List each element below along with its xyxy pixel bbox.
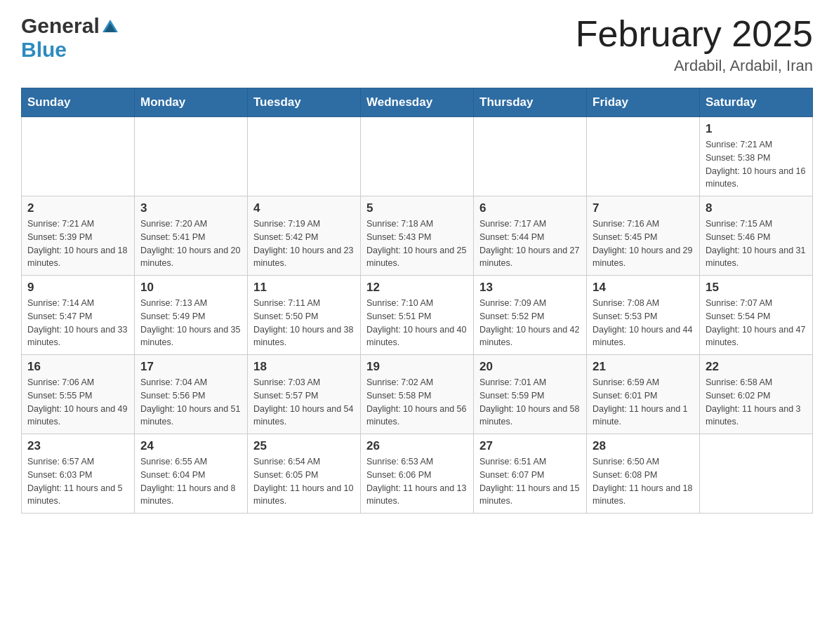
day-info: Sunrise: 6:57 AMSunset: 6:03 PMDaylight:… <box>27 455 128 508</box>
day-info: Sunrise: 7:09 AMSunset: 5:52 PMDaylight:… <box>479 297 581 349</box>
day-info: Sunrise: 7:01 AMSunset: 5:59 PMDaylight:… <box>479 376 581 429</box>
day-info: Sunrise: 6:53 AMSunset: 6:06 PMDaylight:… <box>366 455 468 508</box>
day-number: 15 <box>706 281 807 295</box>
day-number: 2 <box>27 201 128 215</box>
day-number: 18 <box>253 360 355 374</box>
day-number: 14 <box>593 281 694 295</box>
calendar-cell <box>587 117 700 196</box>
calendar-cell <box>22 117 135 196</box>
calendar-cell: 22Sunrise: 6:58 AMSunset: 6:02 PMDayligh… <box>700 355 813 434</box>
page-header: General Blue February 2025 Ardabil, Arda… <box>21 14 813 75</box>
calendar-cell: 1Sunrise: 7:21 AMSunset: 5:38 PMDaylight… <box>700 117 813 196</box>
month-title: February 2025 <box>576 14 813 54</box>
day-number: 4 <box>253 201 355 215</box>
calendar-cell: 23Sunrise: 6:57 AMSunset: 6:03 PMDayligh… <box>22 434 135 514</box>
day-info: Sunrise: 7:06 AMSunset: 5:55 PMDaylight:… <box>27 376 128 429</box>
location-subtitle: Ardabil, Ardabil, Iran <box>576 57 813 75</box>
day-number: 16 <box>27 360 128 374</box>
calendar-week-row: 2Sunrise: 7:21 AMSunset: 5:39 PMDaylight… <box>22 196 813 276</box>
calendar-cell: 25Sunrise: 6:54 AMSunset: 6:05 PMDayligh… <box>248 434 361 514</box>
logo: General Blue <box>21 14 121 62</box>
day-number: 26 <box>366 439 468 453</box>
day-number: 24 <box>140 439 241 453</box>
day-number: 5 <box>366 201 468 215</box>
day-info: Sunrise: 7:18 AMSunset: 5:43 PMDaylight:… <box>366 217 468 270</box>
day-number: 25 <box>253 439 355 453</box>
logo-triangle-icon <box>101 18 119 34</box>
day-number: 7 <box>593 201 694 215</box>
day-info: Sunrise: 6:50 AMSunset: 6:08 PMDaylight:… <box>593 455 694 508</box>
day-info: Sunrise: 7:14 AMSunset: 5:47 PMDaylight:… <box>27 297 128 349</box>
day-info: Sunrise: 7:08 AMSunset: 5:53 PMDaylight:… <box>593 297 694 349</box>
day-number: 19 <box>366 360 468 374</box>
logo-blue-text: Blue <box>21 38 67 61</box>
weekday-header-tuesday: Tuesday <box>248 88 361 117</box>
calendar-cell: 19Sunrise: 7:02 AMSunset: 5:58 PMDayligh… <box>361 355 474 434</box>
weekday-header-monday: Monday <box>135 88 248 117</box>
calendar-cell: 21Sunrise: 6:59 AMSunset: 6:01 PMDayligh… <box>587 355 700 434</box>
weekday-header-friday: Friday <box>587 88 700 117</box>
day-number: 9 <box>27 281 128 295</box>
weekday-header-thursday: Thursday <box>474 88 587 117</box>
calendar-cell <box>361 117 474 196</box>
title-section: February 2025 Ardabil, Ardabil, Iran <box>576 14 813 75</box>
day-info: Sunrise: 7:04 AMSunset: 5:56 PMDaylight:… <box>140 376 241 429</box>
day-number: 11 <box>253 281 355 295</box>
calendar-week-row: 1Sunrise: 7:21 AMSunset: 5:38 PMDaylight… <box>22 117 813 196</box>
day-info: Sunrise: 7:13 AMSunset: 5:49 PMDaylight:… <box>140 297 241 349</box>
day-info: Sunrise: 7:20 AMSunset: 5:41 PMDaylight:… <box>140 217 241 270</box>
day-number: 27 <box>479 439 581 453</box>
day-number: 28 <box>593 439 694 453</box>
calendar-week-row: 9Sunrise: 7:14 AMSunset: 5:47 PMDaylight… <box>22 276 813 355</box>
day-number: 10 <box>140 281 241 295</box>
calendar-cell <box>700 434 813 514</box>
calendar-cell: 10Sunrise: 7:13 AMSunset: 5:49 PMDayligh… <box>135 276 248 355</box>
calendar-cell: 24Sunrise: 6:55 AMSunset: 6:04 PMDayligh… <box>135 434 248 514</box>
day-number: 1 <box>706 122 807 136</box>
day-info: Sunrise: 6:55 AMSunset: 6:04 PMDaylight:… <box>140 455 241 508</box>
calendar-cell: 14Sunrise: 7:08 AMSunset: 5:53 PMDayligh… <box>587 276 700 355</box>
calendar-cell: 28Sunrise: 6:50 AMSunset: 6:08 PMDayligh… <box>587 434 700 514</box>
day-info: Sunrise: 7:07 AMSunset: 5:54 PMDaylight:… <box>706 297 807 349</box>
calendar-cell: 8Sunrise: 7:15 AMSunset: 5:46 PMDaylight… <box>700 196 813 276</box>
day-info: Sunrise: 7:10 AMSunset: 5:51 PMDaylight:… <box>366 297 468 349</box>
day-info: Sunrise: 7:21 AMSunset: 5:38 PMDaylight:… <box>706 138 807 191</box>
calendar-cell <box>474 117 587 196</box>
calendar-cell: 3Sunrise: 7:20 AMSunset: 5:41 PMDaylight… <box>135 196 248 276</box>
calendar-cell: 11Sunrise: 7:11 AMSunset: 5:50 PMDayligh… <box>248 276 361 355</box>
calendar-cell: 7Sunrise: 7:16 AMSunset: 5:45 PMDaylight… <box>587 196 700 276</box>
weekday-header-wednesday: Wednesday <box>361 88 474 117</box>
calendar-cell: 15Sunrise: 7:07 AMSunset: 5:54 PMDayligh… <box>700 276 813 355</box>
calendar-cell: 20Sunrise: 7:01 AMSunset: 5:59 PMDayligh… <box>474 355 587 434</box>
day-number: 3 <box>140 201 241 215</box>
day-number: 12 <box>366 281 468 295</box>
day-info: Sunrise: 7:02 AMSunset: 5:58 PMDaylight:… <box>366 376 468 429</box>
day-info: Sunrise: 6:51 AMSunset: 6:07 PMDaylight:… <box>479 455 581 508</box>
calendar-header-row: SundayMondayTuesdayWednesdayThursdayFrid… <box>22 88 813 117</box>
day-info: Sunrise: 7:16 AMSunset: 5:45 PMDaylight:… <box>593 217 694 270</box>
day-info: Sunrise: 7:11 AMSunset: 5:50 PMDaylight:… <box>253 297 355 349</box>
day-info: Sunrise: 7:19 AMSunset: 5:42 PMDaylight:… <box>253 217 355 270</box>
calendar-cell: 27Sunrise: 6:51 AMSunset: 6:07 PMDayligh… <box>474 434 587 514</box>
day-number: 23 <box>27 439 128 453</box>
calendar-cell: 6Sunrise: 7:17 AMSunset: 5:44 PMDaylight… <box>474 196 587 276</box>
day-info: Sunrise: 7:15 AMSunset: 5:46 PMDaylight:… <box>706 217 807 270</box>
day-number: 6 <box>479 201 581 215</box>
calendar-cell: 5Sunrise: 7:18 AMSunset: 5:43 PMDaylight… <box>361 196 474 276</box>
day-info: Sunrise: 7:03 AMSunset: 5:57 PMDaylight:… <box>253 376 355 429</box>
calendar-cell: 9Sunrise: 7:14 AMSunset: 5:47 PMDaylight… <box>22 276 135 355</box>
weekday-header-saturday: Saturday <box>700 88 813 117</box>
calendar-cell: 13Sunrise: 7:09 AMSunset: 5:52 PMDayligh… <box>474 276 587 355</box>
day-info: Sunrise: 6:54 AMSunset: 6:05 PMDaylight:… <box>253 455 355 508</box>
weekday-header-sunday: Sunday <box>22 88 135 117</box>
day-info: Sunrise: 7:21 AMSunset: 5:39 PMDaylight:… <box>27 217 128 270</box>
day-number: 8 <box>706 201 807 215</box>
calendar-cell: 26Sunrise: 6:53 AMSunset: 6:06 PMDayligh… <box>361 434 474 514</box>
calendar-cell <box>248 117 361 196</box>
calendar-cell <box>135 117 248 196</box>
calendar-cell: 16Sunrise: 7:06 AMSunset: 5:55 PMDayligh… <box>22 355 135 434</box>
calendar-cell: 12Sunrise: 7:10 AMSunset: 5:51 PMDayligh… <box>361 276 474 355</box>
calendar-cell: 2Sunrise: 7:21 AMSunset: 5:39 PMDaylight… <box>22 196 135 276</box>
calendar-cell: 4Sunrise: 7:19 AMSunset: 5:42 PMDaylight… <box>248 196 361 276</box>
day-number: 21 <box>593 360 694 374</box>
